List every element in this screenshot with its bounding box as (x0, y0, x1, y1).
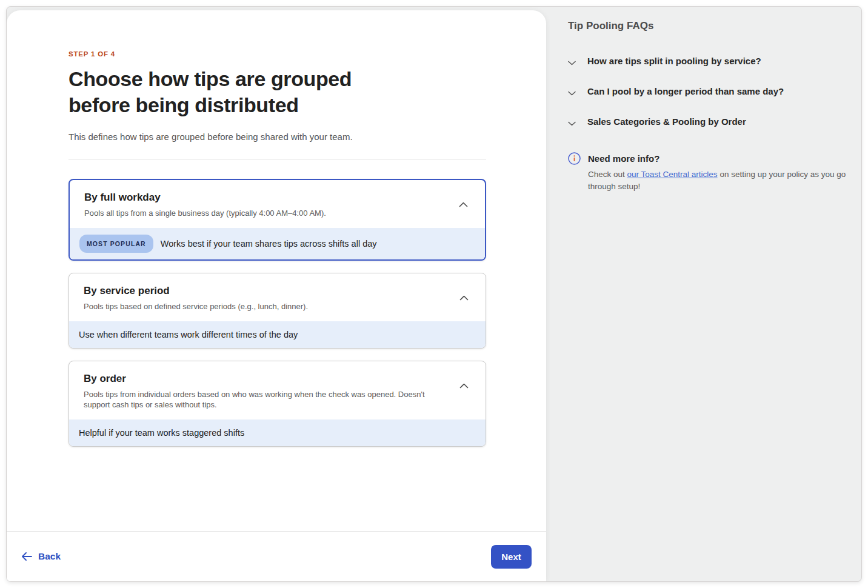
option-description: Pools all tips from a single business da… (84, 208, 442, 218)
option-description: Pools tips based on defined service peri… (84, 301, 443, 312)
arrow-left-icon (21, 552, 32, 561)
next-button[interactable]: Next (491, 545, 532, 569)
option-header: By full workday Pools all tips from a si… (70, 180, 485, 228)
wizard-footer-bar: Back Next (7, 531, 546, 581)
chevron-down-icon (568, 118, 577, 127)
chevron-up-icon[interactable] (459, 381, 469, 390)
faq-item-pooling-by-service[interactable]: How are tips split in pooling by service… (568, 55, 848, 67)
back-button[interactable]: Back (21, 551, 61, 562)
option-footer: MOST POPULAR Works best if your team sha… (70, 228, 485, 259)
chevron-down-icon (568, 57, 577, 66)
faq-item-longer-period[interactable]: Can I pool by a longer period than same … (568, 85, 848, 98)
faq-question: How are tips split in pooling by service… (587, 55, 761, 67)
option-footer-text: Works best if your team shares tips acro… (161, 237, 377, 250)
back-button-label: Back (38, 551, 61, 562)
option-footer: Helpful if your team works staggered shi… (69, 419, 486, 446)
chevron-down-icon (568, 87, 577, 96)
most-popular-badge: MOST POPULAR (79, 235, 153, 253)
option-title: By service period (84, 284, 443, 298)
sidebar-title: Tip Pooling FAQs (568, 20, 848, 32)
need-more-info-body: Need more info? Check out our Toast Cent… (588, 152, 848, 193)
option-title: By order (84, 372, 443, 386)
faq-question: Sales Categories & Pooling by Order (587, 116, 746, 128)
chevron-up-icon[interactable] (458, 199, 468, 209)
option-header: By order Pools tips from individual orde… (69, 361, 486, 419)
option-title: By full workday (84, 191, 442, 204)
need-more-info-text: Check out our Toast Central articles on … (588, 169, 848, 193)
faq-item-sales-categories[interactable]: Sales Categories & Pooling by Order (568, 116, 848, 128)
page-title: Choose how tips are grouped before being… (68, 66, 414, 118)
option-description: Pools tips from individual orders based … (84, 389, 443, 410)
option-footer-text: Helpful if your team works staggered shi… (79, 426, 244, 439)
wizard-panel: STEP 1 OF 4 Choose how tips are grouped … (7, 10, 546, 581)
app-window: STEP 1 OF 4 Choose how tips are grouped … (6, 6, 862, 582)
need-more-info-section: Need more info? Check out our Toast Cent… (568, 152, 848, 193)
option-header: By service period Pools tips based on de… (69, 273, 486, 321)
option-card-service-period[interactable]: By service period Pools tips based on de… (68, 273, 486, 349)
option-card-by-order[interactable]: By order Pools tips from individual orde… (68, 361, 486, 447)
info-text-before: Check out (588, 170, 627, 179)
option-card-full-workday[interactable]: By full workday Pools all tips from a si… (68, 179, 486, 261)
option-footer: Use when different teams work different … (69, 321, 486, 348)
toast-central-link[interactable]: our Toast Central articles (627, 170, 718, 179)
chevron-up-icon[interactable] (459, 293, 469, 302)
step-indicator: STEP 1 OF 4 (68, 50, 486, 58)
faq-sidebar: Tip Pooling FAQs How are tips split in p… (568, 20, 848, 581)
wizard-content: STEP 1 OF 4 Choose how tips are grouped … (68, 10, 486, 531)
divider (68, 159, 486, 159)
info-icon (568, 152, 581, 165)
page-subtitle: This defines how tips are grouped before… (68, 132, 486, 142)
option-footer-text: Use when different teams work different … (79, 328, 298, 341)
need-more-info-title: Need more info? (588, 152, 848, 165)
faq-question: Can I pool by a longer period than same … (587, 85, 784, 98)
